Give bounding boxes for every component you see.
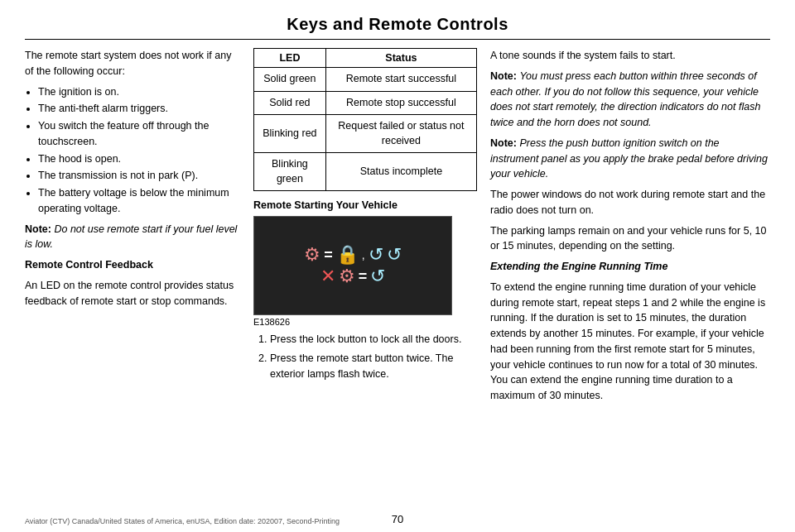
engine-off-icon: ✕ [320, 266, 335, 287]
remote-icon1: ↺ [369, 244, 383, 266]
note-block-2: Note: Press the push button ignition swi… [490, 136, 770, 182]
right-para2: The power windows do not work during rem… [490, 187, 770, 218]
status-cell: Remote start successful [325, 68, 476, 92]
diagram-row1: ⚙ = 🔒 , ↺ ↺ [304, 244, 401, 266]
right-para1: A tone sounds if the system fails to sta… [490, 48, 770, 64]
footer-note: Aviator (CTV) Canada/United States of Am… [25, 517, 340, 525]
note2-label: Note: [490, 137, 517, 149]
led-cell: Blinking green [254, 153, 326, 191]
status-cell: Request failed or status not received [325, 115, 476, 153]
vehicle-diagram: ⚙ = 🔒 , ↺ ↺ ✕ ⚙ = ↺ [253, 216, 452, 315]
diagram-row2: ✕ ⚙ = ↺ [320, 266, 386, 287]
note1-text: You must press each button within three … [490, 70, 760, 128]
table-row: Blinking green Status incomplete [254, 153, 477, 191]
steps-list: Press the lock button to lock all the do… [270, 332, 477, 381]
step-item: Press the remote start button twice. The… [270, 351, 477, 382]
remote-icon2: ↺ [387, 244, 402, 266]
page-number: 70 [392, 513, 403, 525]
extend-text: To extend the engine running time durati… [490, 280, 770, 404]
feedback-heading: Remote Control Feedback [25, 257, 240, 273]
led-header: LED [254, 49, 326, 68]
list-item: The battery voltage is below the minimum… [38, 185, 240, 217]
led-cell: Solid red [254, 91, 326, 115]
note-text: Do not use remote start if your fuel lev… [25, 223, 237, 251]
status-header: Status [325, 49, 476, 68]
led-table: LED Status Solid green Remote start succ… [253, 48, 477, 191]
status-cell: Remote stop successful [325, 91, 476, 115]
equals-icon2: = [359, 268, 368, 285]
list-item: The anti-theft alarm triggers. [38, 101, 240, 117]
list-item: The ignition is on. [38, 84, 240, 100]
note-block-1: Note: You must press each button within … [490, 69, 770, 131]
note1-label: Note: [490, 70, 517, 82]
led-cell: Solid green [254, 68, 326, 92]
intro-text: The remote start system does not work if… [25, 48, 240, 79]
right-para3: The parking lamps remain on and your veh… [490, 223, 770, 255]
equals-icon: = [324, 247, 333, 264]
right-column: A tone sounds if the system fails to sta… [490, 48, 770, 409]
diagram-caption: E138626 [253, 317, 477, 327]
extend-heading: Extending the Engine Running Time [490, 259, 770, 275]
title-divider [25, 39, 770, 40]
list-item: You switch the feature off through the t… [38, 118, 240, 150]
note-fuel: Note: Do not use remote start if your fu… [25, 222, 240, 253]
page-title: Keys and Remote Controls [25, 0, 770, 39]
lock-icon: 🔒 [336, 244, 359, 266]
table-row: Solid green Remote start successful [254, 68, 477, 92]
table-row: Solid red Remote stop successful [254, 91, 477, 115]
engine-warning-icon: ⚙ [304, 244, 320, 266]
comma-separator: , [362, 248, 365, 261]
status-cell: Status incomplete [325, 153, 476, 191]
feedback-text: An LED on the remote control provides st… [25, 278, 240, 309]
bullet-list: The ignition is on. The anti-theft alarm… [38, 84, 240, 217]
note-label: Note: [25, 223, 51, 235]
list-item: The hood is open. [38, 151, 240, 167]
step-item: Press the lock button to lock all the do… [270, 332, 477, 347]
middle-column: LED Status Solid green Remote start succ… [253, 48, 477, 409]
engine-icon2: ⚙ [339, 266, 355, 287]
note2-text: Press the push button ignition switch on… [490, 137, 768, 180]
left-column: The remote start system does not work if… [25, 48, 240, 409]
remote-heading: Remote Starting Your Vehicle [253, 199, 477, 211]
remote-stop-icon: ↺ [370, 266, 385, 287]
table-row: Blinking red Request failed or status no… [254, 115, 477, 153]
list-item: The transmission is not in park (P). [38, 168, 240, 184]
led-cell: Blinking red [254, 115, 326, 153]
